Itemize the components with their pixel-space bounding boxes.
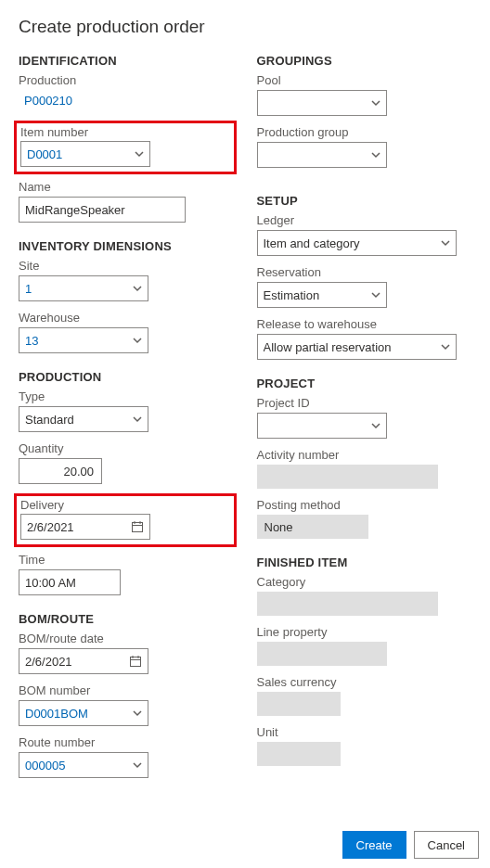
delivery-date-input[interactable]: 2/6/2021 [20,514,150,540]
bom-number-dropdown[interactable]: D0001BOM [19,700,148,726]
quantity-value: 20.00 [63,465,94,479]
delivery-value: 2/6/2021 [27,520,74,534]
name-label: Name [19,180,234,194]
posting-value: None [264,520,293,534]
time-label: Time [19,553,234,567]
production-group-dropdown[interactable] [257,142,387,168]
category-label: Category [257,575,472,589]
svg-rect-4 [131,657,141,667]
bomroute-date-label: BOM/route date [19,632,234,645]
category-field [257,592,438,616]
project-header: PROJECT [257,377,472,390]
bom-number-label: BOM number [19,683,234,697]
chevron-down-icon [371,98,380,108]
release-label: Release to warehouse [257,317,472,331]
time-value: 10:00 AM [25,576,76,590]
time-input[interactable]: 10:00 AM [19,569,121,595]
sales-currency-field [257,692,341,716]
quantity-label: Quantity [19,441,234,455]
chevron-down-icon [133,760,142,770]
release-value: Allow partial reservation [264,340,392,354]
calendar-icon [131,520,144,533]
posting-field: None [257,515,368,539]
type-value: Standard [25,413,74,427]
item-number-dropdown[interactable]: D0001 [20,141,150,167]
item-number-value: D0001 [27,147,62,161]
chevron-down-icon [133,708,142,718]
delivery-label: Delivery [20,498,230,512]
quantity-input[interactable]: 20.00 [19,458,102,484]
type-label: Type [19,389,234,403]
line-property-field [257,642,387,666]
name-input[interactable]: MidRangeSpeaker [19,197,186,223]
svg-rect-0 [133,523,143,532]
inventory-header: INVENTORY DIMENSIONS [19,239,234,253]
bomroute-header: BOM/ROUTE [19,612,234,626]
name-value: MidRangeSpeaker [25,203,125,217]
project-id-label: Project ID [257,396,472,410]
chevron-down-icon [135,149,144,159]
site-dropdown[interactable]: 1 [19,275,148,301]
page-title: Create production order [19,17,471,37]
chevron-down-icon [133,415,142,424]
bomroute-date-input[interactable]: 2/6/2021 [19,648,148,674]
finished-header: FINISHED ITEM [257,555,472,569]
route-number-value: 000005 [25,759,65,772]
chevron-down-icon [371,150,380,160]
reservation-label: Reservation [257,265,472,279]
reservation-value: Estimation [264,288,320,302]
bom-number-value: D0001BOM [25,707,88,721]
site-value: 1 [25,282,32,296]
ledger-label: Ledger [257,213,472,227]
pool-dropdown[interactable] [257,90,387,116]
chevron-down-icon [133,284,142,293]
production-group-label: Production group [257,125,472,139]
chevron-down-icon [441,342,450,351]
item-number-highlight: Item number D0001 [14,121,237,174]
warehouse-dropdown[interactable]: 13 [19,327,148,353]
create-button[interactable]: Create [342,831,406,859]
pool-label: Pool [257,73,472,87]
chevron-down-icon [371,290,380,300]
unit-field [257,742,341,766]
route-number-label: Route number [19,735,234,749]
warehouse-value: 13 [25,334,38,348]
route-number-dropdown[interactable]: 000005 [19,752,148,778]
item-number-label: Item number [20,125,230,139]
delivery-highlight: Delivery 2/6/2021 [14,493,237,547]
groupings-header: GROUPINGS [257,54,472,68]
chevron-down-icon [133,336,142,345]
line-property-label: Line property [257,625,472,639]
posting-label: Posting method [257,498,472,512]
production-value: P000210 [19,90,234,111]
release-dropdown[interactable]: Allow partial reservation [257,334,457,360]
project-id-dropdown[interactable] [257,413,387,439]
sales-currency-label: Sales currency [257,675,472,689]
unit-label: Unit [257,725,472,739]
bomroute-date-value: 2/6/2021 [25,655,72,669]
ledger-dropdown[interactable]: Item and category [257,230,457,256]
type-dropdown[interactable]: Standard [19,406,148,432]
activity-field [257,465,438,489]
site-label: Site [19,259,234,273]
dialog-footer: Create Cancel [342,831,480,859]
warehouse-label: Warehouse [19,311,234,325]
production-header: PRODUCTION [19,370,234,384]
reservation-dropdown[interactable]: Estimation [257,282,387,308]
ledger-value: Item and category [264,236,360,250]
activity-label: Activity number [257,448,472,462]
identification-header: IDENTIFICATION [19,54,234,68]
production-label: Production [19,73,234,87]
calendar-icon [129,655,142,668]
chevron-down-icon [371,421,380,430]
setup-header: SETUP [257,194,472,208]
cancel-button[interactable]: Cancel [414,831,479,859]
chevron-down-icon [441,238,450,248]
